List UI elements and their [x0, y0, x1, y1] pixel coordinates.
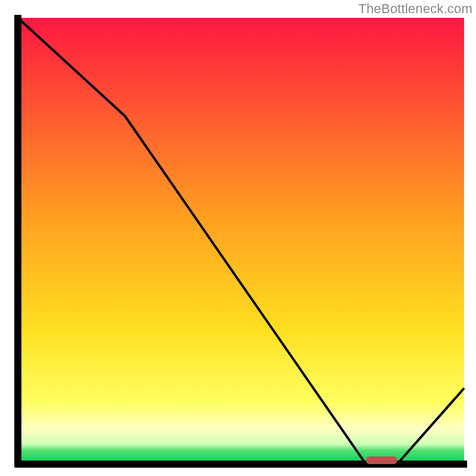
bottleneck-chart — [0, 0, 476, 476]
optimal-marker — [366, 456, 397, 464]
watermark-text: TheBottleneck.com — [358, 1, 472, 17]
chart-container: TheBottleneck.com — [0, 0, 476, 476]
gradient-background — [18, 18, 464, 464]
